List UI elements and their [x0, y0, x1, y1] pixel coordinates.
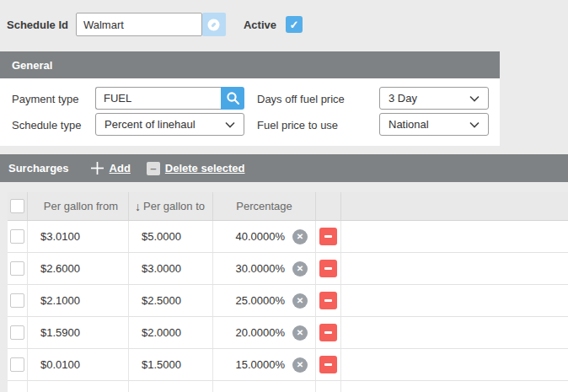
- clear-percentage-button[interactable]: ✕: [292, 325, 308, 341]
- row-spacer-cell: [341, 221, 568, 252]
- schedule-type-value: Percent of linehaul: [104, 118, 196, 131]
- delete-row-button[interactable]: [319, 260, 337, 277]
- per-gallon-from-value: $2.6000: [40, 262, 80, 275]
- active-label: Active: [244, 19, 276, 31]
- column-header-per-gallon-from[interactable]: Per gallon from: [28, 192, 129, 220]
- payment-type-input[interactable]: [95, 87, 221, 110]
- search-icon: [226, 91, 240, 105]
- compass-icon: [206, 18, 221, 32]
- days-off-label: Days off fuel price: [257, 93, 345, 105]
- clear-percentage-button[interactable]: ✕: [292, 357, 308, 373]
- add-button[interactable]: Add: [90, 161, 131, 175]
- active-checkbox[interactable]: ✓: [286, 16, 303, 33]
- table-row: $0.0100 $1.5000 15.0000% ✕: [8, 349, 568, 381]
- row-checkbox-cell: [8, 285, 28, 316]
- table-header-row: Per gallon from ↓ Per gallon to Percenta…: [8, 192, 568, 221]
- per-gallon-from-cell[interactable]: $1.5900: [28, 317, 129, 348]
- days-off-value: 3 Day: [388, 92, 417, 105]
- per-gallon-from-value: $2.1000: [40, 294, 80, 307]
- per-gallon-to-cell[interactable]: $3.0000: [129, 253, 213, 284]
- percentage-cell[interactable]: 20.0000% ✕: [213, 317, 316, 348]
- per-gallon-from-value: $0.0100: [40, 358, 80, 371]
- table-row: $3.0100 $5.0000 40.0000% ✕: [8, 221, 568, 253]
- minus-icon: [324, 331, 332, 334]
- row-checkbox[interactable]: [10, 229, 24, 244]
- schedule-id-label: Schedule Id: [7, 19, 68, 31]
- clear-percentage-button[interactable]: ✕: [292, 229, 308, 244]
- schedule-id-row: Schedule Id Active ✓: [7, 13, 303, 36]
- column-header-percentage[interactable]: Percentage: [213, 192, 316, 220]
- percentage-value: 30.0000%: [235, 262, 285, 275]
- schedule-type-label: Schedule type: [12, 119, 81, 132]
- general-panel: Payment type Days off fuel price 3 Day S…: [0, 78, 500, 146]
- per-gallon-to-cell[interactable]: $1.5000: [129, 349, 213, 380]
- surcharges-section-header: Surcharges Add – Delete selected: [0, 154, 568, 182]
- table-body: $3.0100 $5.0000 40.0000% ✕: [8, 221, 568, 381]
- table-row: $1.5900 $2.0000 20.0000% ✕: [8, 317, 568, 349]
- delete-row-button[interactable]: [319, 356, 337, 373]
- column-header-per-gallon-to[interactable]: ↓ Per gallon to: [129, 192, 213, 220]
- percentage-cell[interactable]: 25.0000% ✕: [213, 285, 316, 316]
- row-checkbox-cell: [8, 349, 28, 380]
- per-gallon-to-cell[interactable]: $2.5000: [129, 285, 213, 316]
- row-checkbox[interactable]: [10, 357, 24, 372]
- row-delete-cell: [316, 285, 341, 316]
- percentage-label: Percentage: [236, 200, 292, 212]
- delete-row-button[interactable]: [319, 228, 337, 245]
- per-gallon-to-value: $2.0000: [142, 326, 181, 339]
- row-checkbox[interactable]: [10, 325, 24, 340]
- fuel-price-select[interactable]: National: [379, 113, 489, 136]
- row-delete-cell: [316, 221, 341, 252]
- surcharges-table: Per gallon from ↓ Per gallon to Percenta…: [8, 192, 568, 392]
- row-checkbox-cell: [8, 381, 28, 392]
- table-row: $2.1000 $2.5000 25.0000% ✕: [8, 285, 568, 317]
- row-delete-cell: [316, 349, 341, 380]
- payment-type-label: Payment type: [12, 93, 79, 105]
- general-section-header: General: [0, 51, 500, 78]
- sort-descending-icon: ↓: [135, 200, 141, 213]
- per-gallon-from-cell[interactable]: $2.6000: [28, 253, 129, 284]
- schedule-id-input[interactable]: [76, 13, 202, 36]
- per-gallon-to-cell[interactable]: $5.0000: [129, 221, 213, 252]
- row-spacer-cell: [341, 349, 568, 380]
- fuel-price-value: National: [388, 118, 429, 131]
- per-gallon-to-value: $1.5000: [142, 358, 181, 371]
- per-gallon-to-cell: [129, 381, 213, 392]
- percentage-cell[interactable]: 15.0000% ✕: [213, 349, 316, 380]
- x-icon: ✕: [297, 328, 303, 337]
- delete-row-button[interactable]: [319, 324, 337, 341]
- fuel-price-label: Fuel price to use: [257, 119, 338, 132]
- per-gallon-to-label: Per gallon to: [143, 200, 205, 212]
- row-spacer-cell: [341, 317, 568, 348]
- delete-row-button[interactable]: [319, 292, 337, 309]
- row-spacer-cell: [341, 285, 568, 316]
- row-checkbox[interactable]: [10, 261, 24, 276]
- table-row-partial: [8, 381, 568, 392]
- per-gallon-from-cell[interactable]: $2.1000: [28, 285, 129, 316]
- row-spacer-cell: [341, 253, 568, 284]
- select-all-checkbox[interactable]: [10, 199, 24, 213]
- clear-percentage-button[interactable]: ✕: [292, 293, 308, 309]
- percentage-value: 40.0000%: [235, 230, 285, 243]
- row-checkbox-cell: [8, 253, 28, 284]
- x-icon: ✕: [297, 296, 303, 305]
- per-gallon-from-cell[interactable]: $3.0100: [28, 221, 129, 252]
- row-checkbox[interactable]: [10, 293, 24, 308]
- per-gallon-to-cell[interactable]: $2.0000: [129, 317, 213, 348]
- schedule-type-select[interactable]: Percent of linehaul: [95, 113, 244, 136]
- general-title: General: [12, 59, 52, 72]
- per-gallon-from-cell[interactable]: $0.0100: [28, 349, 129, 380]
- clear-percentage-button[interactable]: ✕: [292, 261, 308, 277]
- search-button[interactable]: [221, 87, 244, 110]
- x-icon: ✕: [297, 360, 303, 369]
- percentage-cell[interactable]: 40.0000% ✕: [213, 221, 316, 252]
- x-icon: ✕: [297, 232, 303, 241]
- per-gallon-to-value: $3.0000: [142, 262, 181, 275]
- percentage-cell[interactable]: 30.0000% ✕: [213, 253, 316, 284]
- lookup-button[interactable]: [202, 13, 226, 36]
- percentage-value: 20.0000%: [235, 326, 285, 339]
- days-off-select[interactable]: 3 Day: [379, 87, 489, 110]
- delete-selected-button[interactable]: – Delete selected: [147, 162, 245, 175]
- row-delete-cell: [316, 317, 341, 348]
- percentage-value: 25.0000%: [235, 294, 285, 307]
